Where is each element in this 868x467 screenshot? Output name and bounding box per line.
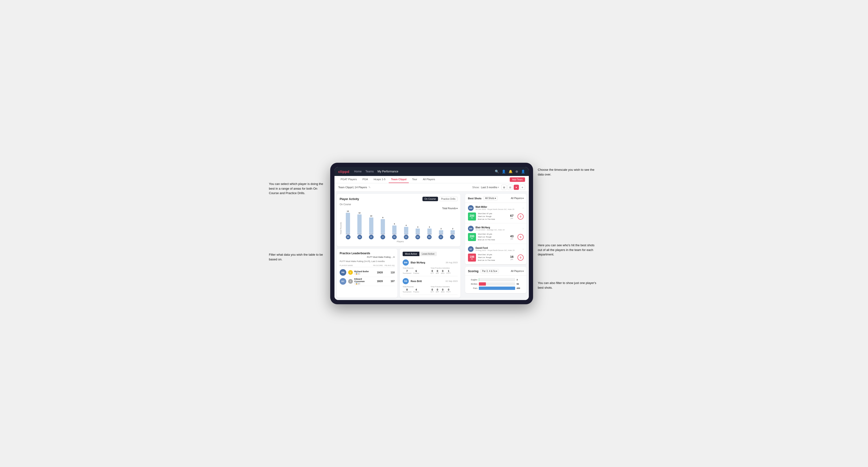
- act-tournament-val-1: 8: [406, 288, 408, 291]
- view-heart-icon[interactable]: ♥: [514, 185, 519, 190]
- tab-tour[interactable]: Tour: [410, 176, 420, 183]
- add-team-button[interactable]: Add Team: [510, 177, 525, 182]
- tab-team-clippd[interactable]: Team Clippd: [389, 176, 409, 183]
- lb-avatar-0: RB: [340, 269, 346, 276]
- add-icon[interactable]: ⊕: [516, 169, 518, 173]
- shot-chevron-0[interactable]: ›: [523, 206, 524, 210]
- chart-dropdown[interactable]: Total Rounds ▾: [442, 207, 458, 210]
- left-panel: Player Activity On Course Practice Drill…: [335, 191, 463, 300]
- activity-player-1[interactable]: RB Rees Britt 02 Sep 2023 Total Rounds 8…: [403, 276, 458, 295]
- shot-item-2[interactable]: DF David Ford 24 Aug 2023 · Royal North …: [465, 244, 526, 264]
- bar-4[interactable]: [392, 225, 397, 233]
- drill-dropdown[interactable]: PUTT Must Make Putting ... ▾: [367, 256, 395, 258]
- bar-7[interactable]: [427, 228, 432, 233]
- on-course-toggle[interactable]: On Course: [423, 197, 438, 201]
- act-avatar-0: BM: [403, 259, 409, 266]
- edit-team-icon[interactable]: ✎: [368, 186, 371, 189]
- scoring-track-2: [479, 286, 515, 290]
- all-shots-filter[interactable]: All Shots ▾: [483, 196, 497, 200]
- shot-badge-label-2: SG: [471, 258, 473, 260]
- bell-icon[interactable]: 🔔: [508, 169, 513, 173]
- tab-all-players[interactable]: All Players: [421, 176, 437, 183]
- scoring-players-filter[interactable]: All Players ▾: [511, 270, 524, 272]
- bar-3[interactable]: [381, 219, 385, 233]
- activity-player-header-1: RB Rees Britt 02 Sep 2023: [403, 278, 458, 284]
- act-practice-1: 4 Practice: [413, 288, 419, 293]
- most-active-tab[interactable]: Most Active: [403, 252, 420, 256]
- shot-player-name-1: Blair McHarg: [475, 226, 523, 229]
- search-icon[interactable]: 🔍: [495, 169, 499, 173]
- tab-hcaps[interactable]: Hcaps 1-5: [371, 176, 388, 183]
- act-putt-0: 1 PUTT: [446, 270, 451, 274]
- show-dropdown-icon[interactable]: ▾: [498, 186, 499, 189]
- bar-2[interactable]: [369, 217, 373, 233]
- nav-link-teams[interactable]: Teams: [365, 169, 374, 174]
- scoring-count-0: 3: [517, 279, 524, 281]
- practice-drills-toggle[interactable]: Practice Drills: [439, 197, 458, 201]
- shot-end-lie-0: End Lie: In The Hole: [478, 218, 506, 221]
- shot-player-course-1: 23 Jul 2023 · Aldridge GC, Hole 15: [475, 229, 523, 231]
- lb-row-0[interactable]: RB1Richard Butler🏅 119/20110: [340, 268, 395, 277]
- least-active-tab[interactable]: Least Active: [420, 252, 437, 256]
- act-stats-0: Total Rounds 7 Tournament 6 Practice Tot…: [403, 267, 458, 274]
- shot-item-0[interactable]: MM Matt Miller 09 Jun 2023 · Royal North…: [465, 203, 526, 223]
- shot-chevron-1[interactable]: ›: [523, 227, 524, 230]
- shot-badge-label-1: SG: [471, 238, 473, 239]
- act-app-1: 0 APP: [436, 288, 439, 293]
- nav-links: Home Teams My Performance: [354, 169, 490, 174]
- act-date-0: 26 Aug 2023: [445, 261, 458, 264]
- act-name-1: Rees Britt: [411, 280, 445, 283]
- shot-player-name-2: David Ford: [475, 247, 523, 249]
- lb-player-badge-1: 🏅 2: [354, 283, 371, 285]
- view-grid2-icon[interactable]: ⊟: [507, 185, 513, 190]
- scoring-fill-0: [479, 278, 479, 281]
- view-list-icon[interactable]: ≡: [520, 185, 525, 190]
- act-putt-sub-1: PUTT: [446, 291, 451, 293]
- scoring-bar-row-0: Eagles3: [468, 278, 524, 281]
- players-filter[interactable]: All Players ▾: [511, 197, 524, 199]
- bottom-cards: Practice Leaderboards PUTT Must Make Put…: [337, 249, 460, 298]
- bar-line-0: [346, 234, 350, 234]
- shot-metric2-1: 0: [518, 234, 524, 240]
- annotation-right-bottom: You can also filter to show just one pla…: [538, 281, 599, 290]
- bar-group-4: 5: [390, 223, 399, 234]
- tab-pga[interactable]: PGA: [360, 176, 370, 183]
- best-shots-tab[interactable]: Best Shots: [468, 197, 482, 200]
- bar-8[interactable]: [439, 230, 443, 233]
- chart-header: Total Rounds Total Rounds ▾ 131210954332…: [340, 207, 458, 243]
- bar-9[interactable]: [451, 230, 455, 233]
- act-putt-sub-0: PUTT: [446, 272, 451, 274]
- leaderboard-subtitle: PUTT Must Make Putting (3-6 ft), Last 3 …: [340, 260, 395, 262]
- shot-badge-1: 200 SG: [468, 233, 476, 241]
- tablet-screen: clippd Home Teams My Performance 🔍 👤 🔔 ⊕…: [335, 167, 529, 300]
- lb-row-1[interactable]: EC2Edward Crossman🏅 218/20107: [340, 277, 395, 286]
- lb-score-0: 19/20: [371, 271, 383, 274]
- scoring-count-2: 499: [517, 287, 524, 289]
- bar-5[interactable]: [404, 227, 408, 233]
- avatar-3: JC: [380, 235, 385, 239]
- scoring-card: Scoring Par 3, 4 & 5s ▾ All Players ▾ Ea…: [465, 267, 526, 293]
- act-stats-1: Total Rounds 8 Tournament 4 Practice Tot…: [403, 286, 458, 293]
- nav-link-home[interactable]: Home: [354, 169, 362, 174]
- bar-1[interactable]: [357, 214, 362, 233]
- act-tournament-sub-1: Tournament: [403, 291, 411, 293]
- shot-badge-0: 200 SG: [468, 213, 476, 220]
- shot-item-1[interactable]: BM Blair McHarg 23 Jul 2023 · Aldridge G…: [465, 223, 526, 244]
- activity-player-0[interactable]: BM Blair McHarg 26 Aug 2023 Total Rounds…: [403, 257, 458, 276]
- tab-pgat-players[interactable]: PGAT Players: [338, 176, 359, 183]
- bar-0[interactable]: [346, 213, 350, 233]
- bar-6[interactable]: [415, 228, 420, 233]
- users-icon[interactable]: 👤: [502, 169, 506, 173]
- shot-chevron-2[interactable]: ›: [523, 247, 524, 251]
- team-name: Team Clippd | 14 Players: [338, 186, 367, 189]
- nav-link-myperformance[interactable]: My Performance: [378, 169, 398, 174]
- lb-rank-0: 1: [348, 270, 353, 275]
- avatar-icon[interactable]: 👤: [521, 169, 525, 173]
- view-grid4-icon[interactable]: ⊞: [501, 185, 507, 190]
- act-arg-val-1: 0: [442, 288, 443, 291]
- act-gtt-0: 0 GTT: [431, 270, 434, 274]
- scoring-par-filter[interactable]: Par 3, 4 & 5s ▾: [480, 269, 499, 273]
- sub-nav: PGAT Players PGA Hcaps 1-5 Team Clippd T…: [335, 176, 529, 183]
- bar-line-5: [404, 234, 408, 234]
- scoring-bar-row-1: Birdies96: [468, 282, 524, 286]
